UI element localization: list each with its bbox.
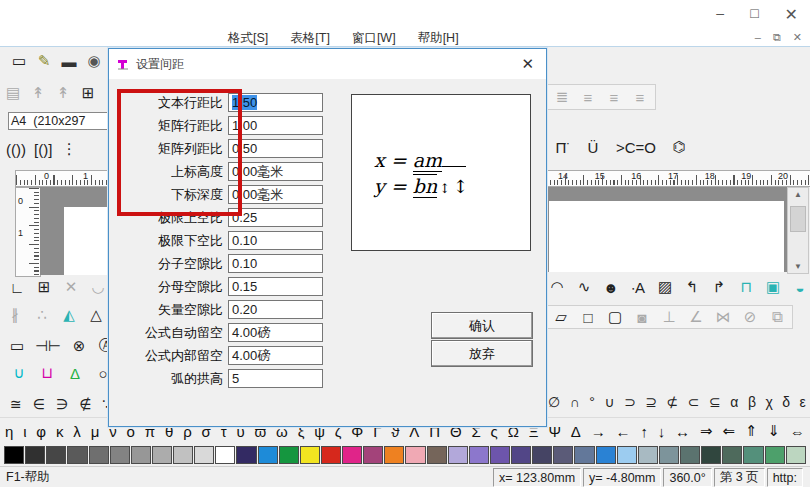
parallelogram-icon[interactable]: ▱	[552, 308, 570, 326]
color-swatch[interactable]	[384, 446, 404, 464]
grid-icon[interactable]: ⊞	[79, 84, 97, 102]
person-icon[interactable]: ☻	[602, 279, 620, 296]
parabola-icon[interactable]: ◡	[89, 278, 107, 296]
color-swatch[interactable]	[574, 446, 594, 464]
color-swatch[interactable]	[300, 446, 320, 464]
color-swatch[interactable]	[659, 446, 679, 464]
triangle-icon[interactable]: △	[87, 306, 105, 324]
symbol-button[interactable]: ∉	[79, 396, 91, 412]
document-page[interactable]	[64, 207, 108, 275]
symbol-button[interactable]: ⇒	[700, 422, 713, 440]
color-swatch[interactable]	[722, 446, 742, 464]
symbol-button[interactable]: α	[730, 394, 738, 410]
subscript-depth-input[interactable]: 0.00毫米	[228, 185, 323, 204]
align-left-icon[interactable]: ≡	[579, 89, 597, 106]
color-swatch[interactable]	[405, 446, 425, 464]
symbol-button[interactable]: ∋	[56, 396, 68, 412]
color-swatch[interactable]	[110, 446, 130, 464]
color-swatch[interactable]	[743, 446, 763, 464]
align-right-icon[interactable]: ≡	[631, 89, 649, 106]
color-swatch[interactable]	[67, 446, 87, 464]
color-swatch[interactable]	[469, 446, 489, 464]
symbol-button[interactable]: ←	[616, 423, 631, 440]
color-swatch[interactable]	[765, 446, 785, 464]
benzene-icon[interactable]: ⌬	[670, 138, 688, 156]
arc-icon[interactable]: ◠	[548, 278, 566, 296]
dome-3d-icon[interactable]: ◒	[791, 279, 809, 296]
color-swatch[interactable]	[342, 446, 362, 464]
document-page-right[interactable]	[549, 201, 784, 272]
symbol-button[interactable]: ↑	[640, 423, 648, 440]
bracket-template-icon[interactable]: [()]	[34, 141, 52, 158]
symbol-button[interactable]: ⇑	[745, 422, 758, 440]
symbol-button[interactable]: ⊃	[624, 394, 636, 410]
menu-item[interactable]: 窗口[W]	[352, 30, 396, 47]
symbol-button[interactable]: ⇔	[790, 423, 805, 440]
symbol-button[interactable]: ⊂	[688, 394, 700, 410]
symbol-button[interactable]: ι	[23, 423, 26, 440]
axes-icon[interactable]: ∟	[8, 279, 26, 296]
dotted-triangle-icon[interactable]: ∴	[33, 306, 51, 324]
oblique-axes-icon[interactable]: ✕	[62, 278, 80, 296]
color-swatch[interactable]	[363, 446, 383, 464]
color-swatch[interactable]	[215, 446, 235, 464]
color-swatch[interactable]	[131, 446, 151, 464]
product-template-icon[interactable]: Π̈	[552, 139, 570, 156]
symbol-button[interactable]: →	[591, 423, 606, 440]
table-icon[interactable]: ⊞	[35, 278, 53, 296]
arrow-hook-right-icon[interactable]: ↱	[710, 278, 728, 296]
confirm-button[interactable]: 确认	[431, 312, 533, 339]
superscript-height-input[interactable]: 0.00毫米	[228, 162, 323, 181]
dots-template-icon[interactable]: ⋮	[60, 140, 78, 158]
window-close-button[interactable]: ✕	[785, 5, 798, 24]
vector-gap-input[interactable]: 0.20	[228, 300, 323, 319]
resistor-icon[interactable]: ▭	[8, 337, 26, 355]
matrix-col-spacing-input[interactable]: 0.50	[228, 139, 323, 158]
color-swatch[interactable]	[194, 446, 214, 464]
color-swatch[interactable]	[553, 446, 573, 464]
slashed-circle-icon[interactable]: ⊘	[741, 308, 759, 326]
perpendicular-icon[interactable]: ⊥	[660, 308, 678, 326]
lamp-icon[interactable]: ⊗	[70, 337, 88, 355]
window-maximize-button[interactable]: □	[750, 5, 758, 24]
menu-item[interactable]: 表格[T]	[290, 30, 330, 47]
symbol-button[interactable]: ∈	[33, 396, 45, 412]
symbol-button[interactable]: °	[589, 394, 595, 410]
scroll-down-icon[interactable]: ▼	[788, 262, 808, 271]
color-swatch[interactable]	[511, 446, 531, 464]
color-swatch[interactable]	[46, 446, 66, 464]
carbonyl-icon[interactable]: >C=O	[616, 139, 656, 156]
menu-item[interactable]: 格式[S]	[228, 30, 268, 47]
arc-rise-input[interactable]: 5	[228, 369, 323, 388]
symbol-button[interactable]: ⇓	[767, 422, 780, 440]
vertical-scrollbar[interactable]: ▲ ▼	[787, 187, 809, 274]
mdi-minimize-button[interactable]: –	[755, 31, 761, 44]
symbol-button[interactable]: ∩	[570, 394, 580, 410]
half-filled-triangle-icon[interactable]: ◭	[60, 306, 78, 324]
erlenmeyer-flask-icon[interactable]: Δ	[66, 365, 84, 382]
paren-template-icon[interactable]: (())	[6, 141, 26, 158]
symbol-button[interactable]: φ	[36, 423, 46, 440]
rectangle-icon[interactable]: □	[579, 309, 597, 326]
color-swatch[interactable]	[258, 446, 278, 464]
color-swatch[interactable]	[25, 446, 45, 464]
color-swatch[interactable]	[427, 446, 447, 464]
symbol-button[interactable]: κ	[56, 423, 64, 440]
circle-in-rect-icon[interactable]: ◙	[633, 309, 651, 326]
symbol-button[interactable]: λ	[73, 423, 81, 440]
color-swatch[interactable]	[490, 446, 510, 464]
symbol-button[interactable]: Ψ	[548, 423, 561, 440]
color-swatch[interactable]	[596, 446, 616, 464]
symbol-button[interactable]: Δ	[571, 423, 581, 440]
scrollbar-thumb[interactable]	[790, 206, 806, 232]
cube-3d-icon[interactable]: ▣	[764, 278, 782, 296]
insert-above-icon[interactable]: ↟	[29, 84, 47, 102]
window-minimize-button[interactable]: –	[716, 5, 724, 24]
mdi-restore-button[interactable]: ⧉	[773, 31, 781, 44]
color-swatch[interactable]	[236, 446, 256, 464]
scroll-up-icon[interactable]: ▲	[788, 190, 808, 199]
symbol-button[interactable]: η	[5, 423, 13, 440]
insert-below-icon[interactable]: ↟	[54, 84, 72, 102]
color-swatch[interactable]	[321, 446, 341, 464]
paper-size-field[interactable]: A4 (210x297	[8, 112, 110, 130]
